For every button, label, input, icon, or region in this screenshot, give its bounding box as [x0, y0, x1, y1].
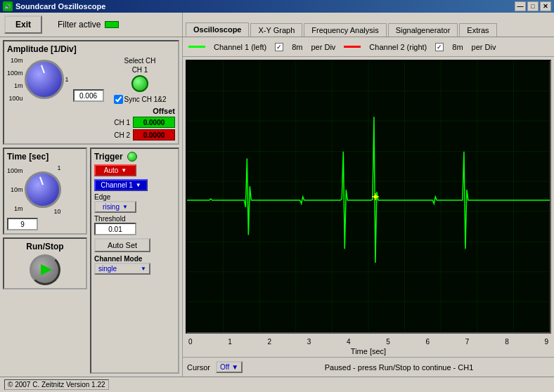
ch2-per-div: per Div [472, 43, 496, 51]
select-ch-label: Select CH [124, 57, 156, 65]
channel-mode-dropdown[interactable]: single ▼ [94, 263, 150, 275]
ch1-led [131, 75, 148, 92]
time-knob-tick [39, 176, 43, 185]
amp-scale-10m: 10m [7, 57, 23, 64]
trigger-section: Trigger Auto ▼ Channel 1 ▼ Edge [90, 148, 179, 374]
amplitude-input[interactable] [73, 89, 104, 102]
trigger-edge-arrow: ▼ [122, 204, 128, 210]
threshold-input[interactable] [94, 223, 136, 235]
bottom-bar: Cursor Off ▼ Paused - press Run/Stop to … [183, 357, 554, 377]
amp-scale-100u: 100u [7, 95, 23, 102]
amp-scale-1m: 1m [7, 82, 23, 89]
maximize-button[interactable]: □ [527, 1, 539, 11]
cursor-dot [374, 195, 377, 198]
ch1-line [188, 46, 205, 48]
x-axis-label: Time [sec] [183, 347, 554, 355]
right-panel: Channel 1 (left) ✓ 8m per Div Channel 2 … [183, 37, 554, 377]
channel-legend: Channel 1 (left) ✓ 8m per Div Channel 2 … [183, 37, 554, 57]
ch2-line [344, 46, 361, 48]
trigger-header: Trigger [94, 152, 175, 162]
x-tick-7: 7 [465, 338, 470, 346]
time-scale-1m: 1m [7, 205, 23, 212]
trigger-auto-dropdown[interactable]: Auto ▼ [94, 164, 136, 176]
app-title: Soundcard Oszilloscope [15, 2, 515, 11]
ch2-checkbox[interactable]: ✓ [435, 43, 444, 51]
time-input[interactable] [7, 218, 38, 230]
ch2-legend-label: Channel 2 (right) [369, 43, 427, 51]
tab-signal-gen[interactable]: Signalgenerator [388, 23, 458, 37]
run-stop-section: Run/Stop [3, 237, 87, 289]
tab-xy-graph[interactable]: X-Y Graph [250, 23, 302, 37]
exit-button[interactable]: Exit [4, 15, 42, 34]
title-bar: 🔊 Soundcard Oszilloscope — □ ✕ [0, 0, 554, 13]
edge-title: Edge [94, 193, 175, 201]
offset-ch1-input[interactable] [133, 117, 175, 128]
x-axis-labels: 0 1 2 3 4 5 6 7 8 9 [183, 337, 554, 347]
time-scale-1: 1 [58, 164, 61, 171]
time-knob[interactable] [25, 171, 61, 208]
offset-ch1-label: CH 1 [114, 119, 130, 126]
x-tick-3: 3 [307, 338, 311, 346]
trigger-edge-dropdown[interactable]: rising ▼ [94, 201, 136, 213]
cursor-arrow: ▼ [231, 363, 238, 371]
play-icon [41, 264, 52, 275]
auto-set-button[interactable]: Auto Set [94, 238, 150, 252]
channel-mode-value: single [98, 265, 117, 273]
x-tick-9: 9 [544, 338, 548, 346]
time-scale-10m: 10m [7, 186, 23, 193]
knob-tick [40, 65, 44, 73]
main-container: Exit Filter active Oscilloscope X-Y Grap… [0, 13, 554, 392]
offset-ch2-label: CH 2 [114, 131, 130, 139]
sync-label: Sync CH 1&2 [124, 96, 167, 103]
amp-scale-1: 1 [65, 76, 69, 83]
left-panel: Amplitude [1/Div] 10m 100m 1m 100u [0, 37, 183, 377]
run-stop-title: Run/Stop [10, 242, 80, 251]
time-section: Time [sec] 100m 10m 1m 1 [3, 148, 87, 235]
time-scale-10: 10 [54, 208, 61, 215]
filter-led [105, 21, 119, 28]
ch1-indicator: CH 1 [132, 66, 148, 74]
ch1-value: 8m [292, 43, 302, 51]
x-tick-4: 4 [347, 338, 351, 346]
close-button[interactable]: ✕ [540, 1, 551, 11]
x-tick-6: 6 [426, 338, 430, 346]
channel-mode-arrow: ▼ [141, 266, 146, 272]
cursor-label: Cursor [187, 363, 210, 372]
x-tick-2: 2 [268, 338, 272, 346]
sync-check[interactable] [114, 95, 123, 104]
minimize-button[interactable]: — [515, 1, 526, 11]
filter-active-label: Filter active [58, 20, 101, 30]
app-icon: 🔊 [3, 1, 13, 11]
cursor-value: Off [220, 363, 229, 371]
x-tick-8: 8 [505, 338, 509, 346]
trigger-channel-dropdown[interactable]: Channel 1 ▼ [94, 179, 148, 191]
oscilloscope-grid [187, 61, 550, 332]
sync-checkbox[interactable]: Sync CH 1&2 [114, 95, 167, 104]
x-tick-1: 1 [228, 338, 232, 346]
ch1-per-div: per Div [311, 43, 336, 51]
time-scale-100m: 100m [7, 167, 23, 174]
content-area: Amplitude [1/Div] 10m 100m 1m 100u [0, 37, 554, 377]
threshold-title: Threshold [94, 215, 175, 223]
tab-extras[interactable]: Extras [459, 23, 496, 37]
amplitude-knob[interactable] [25, 60, 64, 99]
trigger-edge-value: rising [103, 203, 120, 211]
run-stop-button[interactable] [30, 254, 60, 285]
tab-freq-analysis[interactable]: Frequency Analysis [304, 23, 386, 37]
title-controls: — □ ✕ [515, 1, 551, 11]
time-title: Time [sec] [7, 152, 83, 162]
x-tick-5: 5 [386, 338, 390, 346]
status-text: Paused - press Run/Stop to continue - CH… [248, 363, 550, 372]
trigger-title: Trigger [94, 152, 123, 162]
amplitude-title: Amplitude [1/Div] [7, 44, 175, 54]
filter-active-section: Filter active [58, 20, 119, 30]
offset-ch2-input[interactable] [133, 129, 175, 141]
trigger-channel-arrow: ▼ [136, 182, 141, 188]
cursor-dropdown[interactable]: Off ▼ [216, 361, 243, 373]
ch1-checkbox[interactable]: ✓ [275, 43, 283, 51]
ch2-value: 8m [452, 43, 463, 51]
tab-oscilloscope[interactable]: Oscilloscope [186, 22, 249, 37]
offset-title: Offset [153, 107, 175, 115]
trigger-led [127, 152, 137, 162]
channel-mode-title: Channel Mode [94, 255, 175, 263]
